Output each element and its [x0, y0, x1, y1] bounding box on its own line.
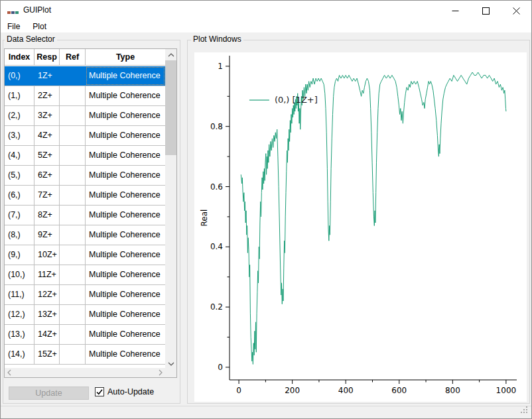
table-row[interactable]: (14,)15Z+Multiple Coherence	[5, 345, 165, 365]
table-cell-index[interactable]: (9,)	[5, 245, 34, 265]
vertical-scroll-thumb[interactable]	[165, 60, 176, 155]
horizontal-scrollbar[interactable]	[5, 368, 165, 377]
scrollbar-corner	[165, 368, 176, 377]
close-button[interactable]	[501, 1, 531, 21]
table-cell-index[interactable]: (12,)	[5, 305, 34, 324]
table-cell-ref[interactable]	[60, 126, 86, 145]
scroll-right-button[interactable]	[156, 368, 165, 377]
column-header-type[interactable]: Type	[86, 49, 165, 65]
column-header-index[interactable]: Index	[5, 49, 34, 65]
table-row[interactable]: (4,)5Z+Multiple Coherence	[5, 146, 165, 166]
table-cell-index[interactable]: (7,)	[5, 206, 34, 225]
column-header-resp[interactable]: Resp	[34, 49, 60, 65]
table-row[interactable]: (12,)13Z+Multiple Coherence	[5, 305, 165, 325]
table-cell-type[interactable]: Multiple Coherence	[86, 305, 165, 324]
table-row[interactable]: (2,)3Z+Multiple Coherence	[5, 106, 165, 126]
table-row[interactable]: (7,)8Z+Multiple Coherence	[5, 206, 165, 225]
table-row[interactable]: (11,)12Z+Multiple Coherence	[5, 285, 165, 305]
table-cell-type[interactable]: Multiple Coherence	[86, 126, 165, 145]
table-cell-ref[interactable]	[60, 146, 86, 165]
table-cell-index[interactable]: (3,)	[5, 126, 34, 145]
table-row[interactable]: (0,)1Z+Multiple Coherence	[5, 66, 165, 86]
table-cell-index[interactable]: (11,)	[5, 285, 34, 304]
table-cell-resp[interactable]: 8Z+	[34, 206, 60, 225]
table-cell-resp[interactable]: 3Z+	[34, 106, 60, 125]
menu-plot[interactable]: Plot	[27, 21, 52, 32]
table-cell-type[interactable]: Multiple Coherence	[86, 245, 165, 265]
table-cell-type[interactable]: Multiple Coherence	[86, 265, 165, 284]
table-cell-type[interactable]: Multiple Coherence	[86, 345, 165, 364]
table-cell-index[interactable]: (1,)	[5, 86, 34, 105]
table-cell-type[interactable]: Multiple Coherence	[86, 186, 165, 205]
menu-bar: File Plot	[1, 21, 531, 32]
table-cell-index[interactable]: (10,)	[5, 265, 34, 284]
table-cell-type[interactable]: Multiple Coherence	[86, 166, 165, 185]
table-cell-resp[interactable]: 5Z+	[34, 146, 60, 165]
column-header-ref[interactable]: Ref	[60, 49, 86, 65]
table-cell-type[interactable]: Multiple Coherence	[86, 106, 165, 125]
table-cell-type[interactable]: Multiple Coherence	[86, 325, 165, 344]
table-cell-index[interactable]: (8,)	[5, 225, 34, 245]
table-row[interactable]: (6,)7Z+Multiple Coherence	[5, 186, 165, 206]
table-cell-resp[interactable]: 1Z+	[34, 66, 60, 86]
table-cell-resp[interactable]: 13Z+	[34, 305, 60, 324]
app-window: GUIPlot File Plot Data Selector Index Re…	[0, 0, 532, 419]
table-cell-ref[interactable]	[60, 186, 86, 205]
table-cell-ref[interactable]	[60, 206, 86, 225]
table-cell-ref[interactable]	[60, 325, 86, 344]
table-row[interactable]: (1,)2Z+Multiple Coherence	[5, 86, 165, 106]
table-cell-index[interactable]: (5,)	[5, 166, 34, 185]
table-cell-index[interactable]: (2,)	[5, 106, 34, 125]
table-cell-ref[interactable]	[60, 166, 86, 185]
window-title: GUIPlot	[23, 5, 51, 15]
scroll-left-button[interactable]	[5, 368, 14, 377]
table-cell-resp[interactable]: 14Z+	[34, 325, 60, 344]
table-cell-ref[interactable]	[60, 86, 86, 105]
table-cell-index[interactable]: (0,)	[5, 66, 34, 86]
table-cell-resp[interactable]: 4Z+	[34, 126, 60, 145]
table-cell-resp[interactable]: 2Z+	[34, 86, 60, 105]
table-cell-type[interactable]: Multiple Coherence	[86, 86, 165, 105]
table-cell-ref[interactable]	[60, 265, 86, 284]
table-row[interactable]: (13,)14Z+Multiple Coherence	[5, 325, 165, 345]
table-cell-ref[interactable]	[60, 345, 86, 364]
menu-file[interactable]: File	[1, 21, 26, 32]
table-cell-type[interactable]: Multiple Coherence	[86, 285, 165, 304]
table-cell-ref[interactable]	[60, 66, 86, 86]
table-cell-ref[interactable]	[60, 225, 86, 245]
table-row[interactable]: (8,)9Z+Multiple Coherence	[5, 225, 165, 245]
table-cell-index[interactable]: (13,)	[5, 325, 34, 344]
update-button[interactable]: Update	[9, 387, 89, 400]
table-cell-resp[interactable]: 10Z+	[34, 245, 60, 265]
table-row[interactable]: (5,)6Z+Multiple Coherence	[5, 166, 165, 186]
table-cell-type[interactable]: Multiple Coherence	[86, 225, 165, 245]
table-cell-resp[interactable]: 7Z+	[34, 186, 60, 205]
scroll-up-button[interactable]	[165, 49, 176, 60]
table-cell-ref[interactable]	[60, 285, 86, 304]
minimize-icon	[452, 7, 459, 15]
table-row[interactable]: (9,)10Z+Multiple Coherence	[5, 245, 165, 265]
table-cell-type[interactable]: Multiple Coherence	[86, 206, 165, 225]
maximize-button[interactable]	[470, 1, 501, 21]
minimize-button[interactable]	[440, 1, 470, 21]
table-cell-resp[interactable]: 6Z+	[34, 166, 60, 185]
table-cell-resp[interactable]: 9Z+	[34, 225, 60, 245]
table-cell-ref[interactable]	[60, 245, 86, 265]
table-cell-index[interactable]: (6,)	[5, 186, 34, 205]
table-cell-resp[interactable]: 11Z+	[34, 265, 60, 284]
table-cell-ref[interactable]	[60, 305, 86, 324]
size-grip[interactable]	[520, 405, 529, 417]
table-cell-resp[interactable]: 15Z+	[34, 345, 60, 364]
coherence-line	[241, 72, 506, 364]
table-cell-ref[interactable]	[60, 106, 86, 125]
table-cell-type[interactable]: Multiple Coherence	[86, 146, 165, 165]
checkbox-box[interactable]	[95, 387, 104, 396]
auto-update-checkbox[interactable]: Auto-Update	[95, 387, 154, 396]
table-cell-index[interactable]: (14,)	[5, 345, 34, 364]
table-cell-type[interactable]: Multiple Coherence	[86, 66, 165, 86]
vertical-scrollbar[interactable]	[165, 49, 176, 369]
table-cell-index[interactable]: (4,)	[5, 146, 34, 165]
table-cell-resp[interactable]: 12Z+	[34, 285, 60, 304]
table-row[interactable]: (10,)11Z+Multiple Coherence	[5, 265, 165, 285]
table-row[interactable]: (3,)4Z+Multiple Coherence	[5, 126, 165, 146]
